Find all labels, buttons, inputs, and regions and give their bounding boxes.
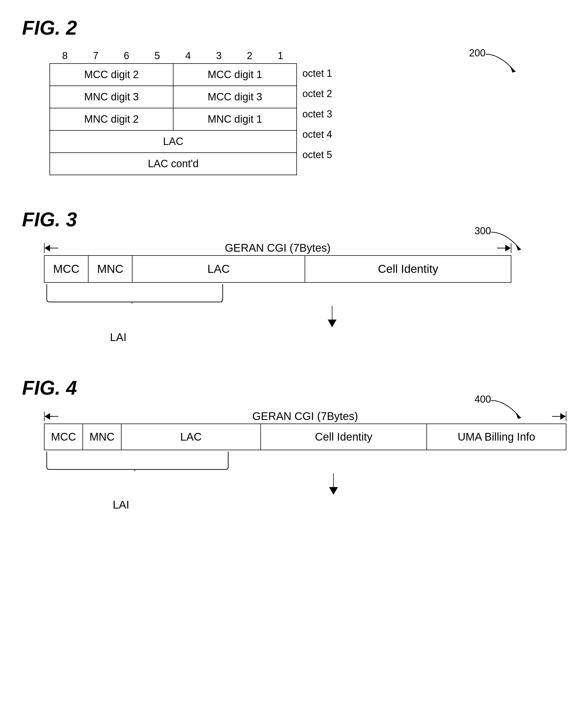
- fig3-ref-arrow: [488, 231, 524, 253]
- figure-2-section: FIG. 2 200 8 7 6 5 4 3 2 1 MCC digit 2 M…: [22, 17, 546, 175]
- fig4-ref-arrow: [488, 399, 524, 421]
- fig3-lai-label: LAI: [44, 331, 193, 344]
- fig3-title: FIG. 3: [22, 208, 546, 231]
- svg-marker-2: [45, 245, 50, 251]
- cell-ci-4: Cell Identity: [261, 424, 427, 450]
- col-7: 7: [80, 50, 111, 62]
- fig3-bracket-container: [44, 283, 511, 306]
- table-row: MCC digit 2 MCC digit 1: [50, 64, 296, 86]
- fig2-ref-arrow: [483, 53, 518, 75]
- octet-2: octet 2: [302, 84, 332, 104]
- fig4-right-arrow-icon: [552, 411, 566, 421]
- fig3-data-row: MCC MNC LAC Cell Identity: [44, 255, 511, 283]
- fig3-down-arrow: [118, 306, 546, 327]
- fig2-column-numbers: 8 7 6 5 4 3 2 1: [50, 50, 297, 62]
- left-arrow-icon: [45, 243, 58, 253]
- mnc-digit-1: MNC digit 1: [173, 108, 296, 130]
- svg-marker-0: [510, 67, 516, 73]
- cell-uma-billing: UMA Billing Info: [427, 424, 566, 450]
- col-8: 8: [50, 50, 80, 62]
- mcc-digit-1: MCC digit 1: [173, 64, 296, 86]
- fig4-left-arrow-icon: [45, 411, 58, 421]
- table-row: LAC cont'd: [50, 153, 296, 175]
- mcc-digit-2: MCC digit 2: [50, 64, 173, 86]
- col-5: 5: [142, 50, 173, 62]
- col-6: 6: [111, 50, 142, 62]
- octet-labels: octet 1 octet 2 octet 3 octet 4 octet 5: [302, 63, 332, 175]
- fig4-title: FIG. 4: [22, 377, 546, 399]
- svg-marker-1: [516, 245, 521, 251]
- cell-lac-3: LAC: [133, 256, 305, 282]
- col-2: 2: [234, 50, 265, 62]
- lac-contd: LAC cont'd: [50, 153, 296, 175]
- fig4-down-arrow: [121, 473, 546, 495]
- fig4-geran-row: GERAN CGI (7Bytes): [44, 410, 566, 422]
- figure-4-section: FIG. 4 400 GERAN CGI (7Bytes) MCC MNC LA…: [22, 377, 546, 511]
- table-row: LAC: [50, 130, 296, 153]
- fig2-table: MCC digit 2 MCC digit 1 MNC digit 3 MCC …: [50, 63, 297, 175]
- cell-mcc-3: MCC: [45, 256, 89, 282]
- figure-3-section: FIG. 3 300 GERAN CGI (7Bytes) MCC MNC L: [22, 208, 546, 344]
- svg-marker-7: [516, 413, 521, 419]
- fig3-geran-row: GERAN CGI (7Bytes): [44, 242, 511, 254]
- fig4-geran-label: GERAN CGI (7Bytes): [58, 410, 552, 422]
- svg-marker-8: [45, 413, 50, 420]
- svg-marker-11: [560, 413, 566, 420]
- octet-3: octet 3: [302, 104, 332, 124]
- fig4-bracket-svg: [44, 450, 231, 472]
- lac: LAC: [50, 130, 296, 153]
- fig3-geran-label: GERAN CGI (7Bytes): [58, 242, 497, 254]
- mcc-digit-3: MCC digit 3: [173, 86, 296, 108]
- octet-4: octet 4: [302, 124, 332, 145]
- octet-5: octet 5: [302, 145, 332, 165]
- fig4-bracket-container: [44, 450, 566, 473]
- table-row: MNC digit 3 MCC digit 3: [50, 86, 296, 108]
- fig4-lai-label: LAI: [44, 499, 198, 511]
- cell-mnc-4: MNC: [83, 424, 122, 450]
- cell-mcc-4: MCC: [45, 424, 83, 450]
- octet-1: octet 1: [302, 63, 332, 84]
- fig4-data-row: MCC MNC LAC Cell Identity UMA Billing In…: [44, 424, 566, 450]
- cell-ci-3: Cell Identity: [305, 256, 511, 282]
- fig2-title: FIG. 2: [22, 17, 546, 39]
- cell-lac-4: LAC: [122, 424, 261, 450]
- table-row: MNC digit 2 MNC digit 1: [50, 108, 296, 130]
- fig2-table-wrapper: MCC digit 2 MCC digit 1 MNC digit 3 MCC …: [50, 63, 546, 175]
- col-1: 1: [265, 50, 296, 62]
- col-3: 3: [204, 50, 234, 62]
- mnc-digit-2: MNC digit 2: [50, 108, 173, 130]
- col-4: 4: [173, 50, 204, 62]
- fig3-bracket-svg: [44, 283, 226, 305]
- cell-mnc-3: MNC: [89, 256, 133, 282]
- mnc-digit-3: MNC digit 3: [50, 86, 173, 108]
